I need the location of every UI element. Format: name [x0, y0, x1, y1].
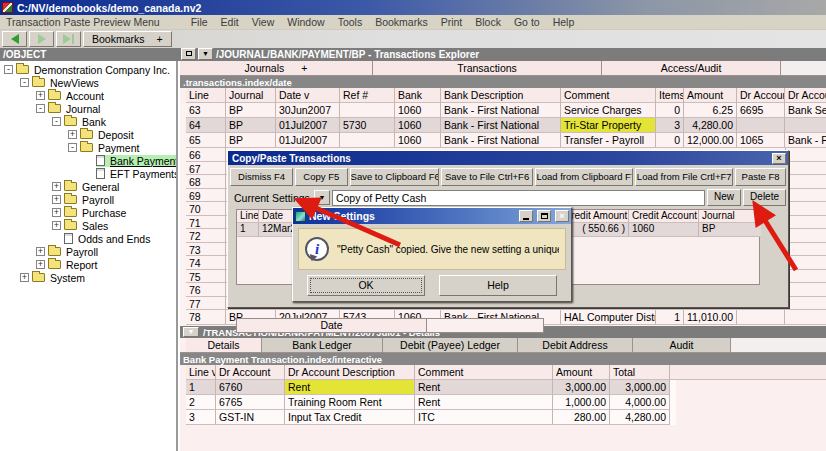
expand-icon[interactable]: + — [52, 195, 61, 204]
col-dr-account[interactable]: Dr Account — [216, 365, 285, 380]
settings-name-field[interactable]: Copy of Petty Cash — [332, 190, 705, 206]
paste-button[interactable]: Paste F8 — [735, 168, 786, 186]
cell-line[interactable]: 78 — [186, 310, 226, 325]
details-dropdown-button[interactable]: ▼ — [183, 327, 199, 337]
cell-dr-account-desc[interactable] — [785, 310, 826, 325]
cell-dr-account-desc[interactable]: Bank - Payr — [785, 133, 826, 148]
menu-item-help[interactable]: Help — [551, 16, 577, 28]
expand-icon[interactable]: + — [20, 273, 29, 282]
forward-end-button[interactable] — [56, 31, 81, 47]
tree-item-journal[interactable]: - Journal — [0, 102, 176, 115]
cell-journal[interactable]: BP — [226, 103, 276, 118]
cell-dr-account[interactable]: 1065 — [737, 133, 785, 148]
cell-line[interactable]: 68 — [186, 175, 226, 189]
menu-item-transaction-paste-preview-menu[interactable]: Transaction Paste Preview Menu — [4, 16, 162, 28]
tree-item-bank[interactable]: - Bank — [0, 115, 176, 128]
menu-item-window[interactable]: Window — [285, 16, 326, 28]
bookmarks-add-icon[interactable]: + — [157, 33, 163, 45]
cell-line[interactable]: 63 — [186, 103, 226, 118]
cell-line[interactable]: 73 — [186, 243, 226, 257]
cell-comment-highlighted[interactable]: Tri-Star Property — [561, 118, 656, 133]
new-button[interactable]: New — [707, 189, 741, 206]
tab-access-audit[interactable]: Access/Audit — [602, 61, 781, 76]
col-journal[interactable]: Journal — [226, 88, 276, 103]
cell-dr-description[interactable]: Training Room Rent — [285, 395, 415, 410]
maximize-button[interactable] — [537, 210, 551, 222]
cell-line[interactable]: 1 — [237, 223, 259, 237]
cell-comment[interactable]: Rent — [415, 395, 553, 410]
cell-date[interactable]: 01Jul2007 — [276, 133, 340, 148]
copy-button[interactable]: Copy F5 — [295, 168, 348, 186]
tree-item-payroll-journal[interactable]: + Payroll — [0, 193, 176, 206]
collapse-icon[interactable]: - — [68, 143, 77, 152]
col-dr-account[interactable]: Dr Account — [737, 88, 785, 103]
menu-item-print[interactable]: Print — [439, 16, 465, 28]
cell-dr-account-desc[interactable]: Bank Servic — [785, 103, 826, 118]
menu-item-tools[interactable]: Tools — [336, 16, 365, 28]
expand-icon[interactable]: + — [52, 221, 61, 230]
col-credit-account[interactable]: Credit Account — [629, 210, 699, 223]
cell-line[interactable]: 74 — [186, 256, 226, 270]
cell-line[interactable]: 76 — [186, 283, 226, 297]
cell-amount[interactable]: 4,280.00 — [684, 118, 737, 133]
expand-icon[interactable]: + — [52, 208, 61, 217]
expand-icon[interactable]: + — [68, 130, 77, 139]
menu-item-file[interactable]: File — [189, 16, 210, 28]
cell-line[interactable]: 3 — [186, 410, 216, 425]
cell-line[interactable]: 69 — [186, 189, 226, 203]
cell-bank-description[interactable]: Bank - First National — [441, 133, 561, 148]
col-comment[interactable]: Comment — [561, 88, 656, 103]
tree-item-deposit[interactable]: + Deposit — [0, 128, 176, 141]
cell-dr-account[interactable]: 6760 — [216, 380, 285, 395]
expand-icon[interactable]: + — [36, 91, 45, 100]
col-comment[interactable]: Comment — [415, 365, 553, 380]
close-button[interactable]: × — [555, 210, 569, 222]
tab-transactions[interactable]: Transactions — [373, 61, 602, 76]
cell-dr-account[interactable]: 6695 — [737, 103, 785, 118]
cell-bank[interactable]: 1060 — [395, 118, 441, 133]
cell-line[interactable]: 64 — [186, 118, 226, 133]
cell-dr-account[interactable] — [737, 118, 785, 133]
col-ref[interactable]: Ref # — [340, 88, 395, 103]
col-line[interactable]: Line — [186, 88, 226, 103]
col-dr-account-description[interactable]: Dr Account Description — [285, 365, 415, 380]
load-from-file-button[interactable]: Load from File Crtl+F7 — [635, 168, 733, 186]
tab-debit-payee-ledger[interactable]: Debit (Payee) Ledger — [383, 338, 518, 353]
tree-item-sales[interactable]: + Sales — [0, 219, 176, 232]
cell-comment[interactable]: Transfer - Payroll — [561, 133, 656, 148]
tree-item-newviews[interactable]: - NewViews — [0, 76, 176, 89]
tab-audit[interactable]: Audit — [633, 338, 731, 353]
tree-item-system[interactable]: + System — [0, 271, 176, 284]
cell-line[interactable]: 2 — [186, 395, 216, 410]
menu-item-view[interactable]: View — [250, 16, 277, 28]
cell-amount[interactable]: 1,000.00 — [553, 395, 610, 410]
cell-total[interactable]: 3,000.00 — [610, 380, 670, 395]
col-items[interactable]: Items — [656, 88, 684, 103]
cell-bank-description[interactable]: Bank - First National — [441, 103, 561, 118]
menu-item-edit[interactable]: Edit — [219, 16, 241, 28]
cell-ref[interactable] — [340, 103, 395, 118]
cell-total[interactable]: 4,000.00 — [610, 395, 670, 410]
details-row[interactable]: 3 GST-IN Input Tax Credit ITC 280.00 4,2… — [186, 410, 676, 425]
cell-comment[interactable]: Service Charges — [561, 103, 656, 118]
cell-bank[interactable]: 1060 — [395, 103, 441, 118]
forward-button[interactable] — [29, 31, 54, 47]
cell-journal[interactable]: BP — [226, 133, 276, 148]
cell-journal[interactable]: BP — [226, 118, 276, 133]
cell-amount[interactable]: 6.25 — [684, 103, 737, 118]
col-date[interactable]: Date v — [276, 88, 340, 103]
cell-journal[interactable]: BP — [699, 223, 761, 237]
tree-item-account[interactable]: + Account — [0, 89, 176, 102]
tab-bank-ledger[interactable]: Bank Ledger — [262, 338, 383, 353]
tab-add-icon[interactable]: + — [301, 62, 307, 74]
collapse-icon[interactable]: - — [52, 117, 61, 126]
collapse-icon[interactable]: - — [20, 78, 29, 87]
cell-bank[interactable]: 1060 — [395, 133, 441, 148]
cell-line[interactable]: 65 — [186, 133, 226, 148]
col-line[interactable]: Line v — [186, 365, 216, 380]
expand-icon[interactable]: + — [36, 247, 45, 256]
cell-line[interactable]: 72 — [186, 229, 226, 243]
delete-button[interactable]: Delete — [743, 189, 786, 206]
dismiss-button[interactable]: Dismiss F4 — [230, 168, 293, 186]
cell-line[interactable]: 71 — [186, 216, 226, 230]
